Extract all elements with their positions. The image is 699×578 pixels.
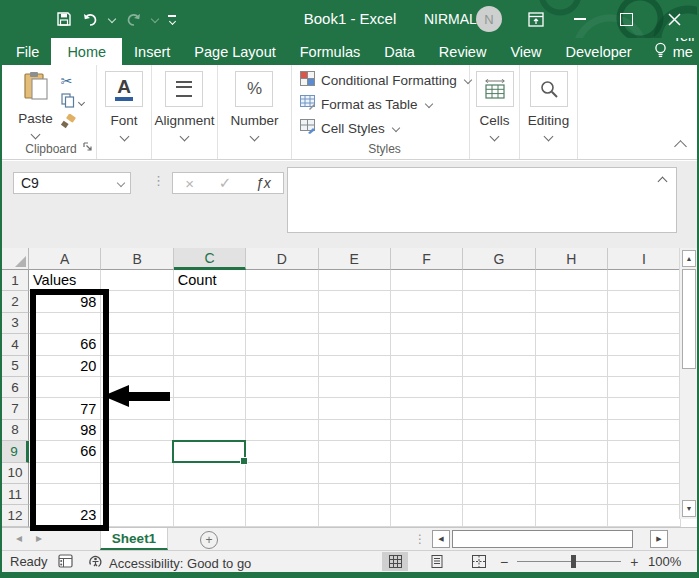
cell-B2[interactable] <box>101 291 173 312</box>
minimize-button[interactable] <box>558 0 602 38</box>
tab-insert[interactable]: Insert <box>122 38 182 65</box>
cell-D4[interactable] <box>246 334 318 355</box>
cell-F4[interactable] <box>391 334 463 355</box>
cell-I5[interactable] <box>608 356 680 377</box>
row-header-3[interactable]: 3 <box>2 313 29 334</box>
tab-data[interactable]: Data <box>372 38 427 65</box>
column-header-B[interactable]: B <box>101 248 173 270</box>
cell-D8[interactable] <box>246 420 318 441</box>
cell-I4[interactable] <box>608 334 680 355</box>
alignment-dropdown-icon[interactable] <box>180 132 190 142</box>
cell-styles-dropdown-icon[interactable] <box>392 124 400 132</box>
cell-G2[interactable] <box>463 291 535 312</box>
cell-H3[interactable] <box>536 313 608 334</box>
page-layout-view-icon[interactable] <box>424 552 450 571</box>
cell-I8[interactable] <box>608 420 680 441</box>
cell-G5[interactable] <box>463 356 535 377</box>
row-header-1[interactable]: 1 <box>2 270 29 291</box>
cell-F11[interactable] <box>391 484 463 505</box>
cell-D6[interactable] <box>246 377 318 398</box>
format-as-table-button[interactable]: Format as Table <box>300 95 432 113</box>
cell-H12[interactable] <box>536 505 608 526</box>
cell-E9[interactable] <box>319 441 391 462</box>
cell-C3[interactable] <box>174 313 246 334</box>
tab-view[interactable]: View <box>498 38 553 65</box>
sheet-nav-left-icon[interactable]: ◂ <box>16 531 22 545</box>
cell-E10[interactable] <box>319 463 391 484</box>
zoom-in-icon[interactable]: + <box>630 554 638 570</box>
cell-C8[interactable] <box>174 420 246 441</box>
column-header-C[interactable]: C <box>174 248 246 270</box>
font-button[interactable]: A Font <box>105 65 143 140</box>
cell-H10[interactable] <box>536 463 608 484</box>
format-as-table-dropdown-icon[interactable] <box>424 100 432 108</box>
cancel-icon[interactable]: × <box>185 175 194 192</box>
zoom-slider-handle[interactable] <box>571 555 576 568</box>
number-button[interactable]: % Number <box>230 65 278 140</box>
cell-G9[interactable] <box>463 441 535 462</box>
format-painter-button[interactable] <box>61 115 84 131</box>
cell-B11[interactable] <box>101 484 173 505</box>
sheet-nav-right-icon[interactable]: ▸ <box>36 531 42 545</box>
cell-H6[interactable] <box>536 377 608 398</box>
cell-D9[interactable] <box>246 441 318 462</box>
column-header-A[interactable]: A <box>29 248 101 270</box>
cell-G4[interactable] <box>463 334 535 355</box>
cell-I9[interactable] <box>608 441 680 462</box>
cell-B5[interactable] <box>101 356 173 377</box>
selected-cell-outline[interactable] <box>172 440 246 463</box>
cell-F2[interactable] <box>391 291 463 312</box>
cell-E4[interactable] <box>319 334 391 355</box>
user-name[interactable]: NIRMAL <box>424 11 477 27</box>
copy-button[interactable] <box>61 94 84 110</box>
editing-button[interactable]: Editing <box>528 65 569 140</box>
cells-dropdown-icon[interactable] <box>490 132 500 142</box>
cell-I2[interactable] <box>608 291 680 312</box>
cell-F3[interactable] <box>391 313 463 334</box>
cell-G10[interactable] <box>463 463 535 484</box>
column-header-E[interactable]: E <box>319 248 391 270</box>
cell-B9[interactable] <box>101 441 173 462</box>
cell-I10[interactable] <box>608 463 680 484</box>
undo-dropdown-icon[interactable] <box>108 15 116 23</box>
cell-G11[interactable] <box>463 484 535 505</box>
cell-I7[interactable] <box>608 398 680 419</box>
cell-H8[interactable] <box>536 420 608 441</box>
cell-H11[interactable] <box>536 484 608 505</box>
vertical-scrollbar[interactable]: ▲ ▼ <box>679 248 698 519</box>
cell-C11[interactable] <box>174 484 246 505</box>
sheet-tab-sheet1[interactable]: Sheet1 <box>100 528 168 550</box>
cell-H1[interactable] <box>536 270 608 291</box>
cell-C2[interactable] <box>174 291 246 312</box>
enter-icon[interactable]: ✓ <box>219 174 232 192</box>
copy-dropdown-icon[interactable] <box>78 98 85 105</box>
cell-D12[interactable] <box>246 505 318 526</box>
tab-formulas[interactable]: Formulas <box>288 38 372 65</box>
row-header-4[interactable]: 4 <box>2 334 29 355</box>
cell-D5[interactable] <box>246 356 318 377</box>
row-header-6[interactable]: 6 <box>2 377 29 398</box>
zoom-level[interactable]: 100% <box>648 554 681 569</box>
collapse-formula-bar-icon[interactable] <box>658 177 668 187</box>
paste-dropdown-icon[interactable] <box>31 130 41 140</box>
undo-icon[interactable] <box>82 12 99 27</box>
cell-G12[interactable] <box>463 505 535 526</box>
cell-C5[interactable] <box>174 356 246 377</box>
cell-F12[interactable] <box>391 505 463 526</box>
cells-button[interactable]: Cells <box>476 65 514 140</box>
customize-qat-icon[interactable] <box>168 15 176 24</box>
tab-review[interactable]: Review <box>427 38 499 65</box>
cut-button[interactable]: ✂ <box>61 73 84 89</box>
cell-E3[interactable] <box>319 313 391 334</box>
cell-C12[interactable] <box>174 505 246 526</box>
cell-I3[interactable] <box>608 313 680 334</box>
cell-E7[interactable] <box>319 398 391 419</box>
cell-E6[interactable] <box>319 377 391 398</box>
tab-home[interactable]: Home <box>51 38 122 65</box>
cell-D3[interactable] <box>246 313 318 334</box>
cell-D2[interactable] <box>246 291 318 312</box>
macro-record-icon[interactable] <box>58 554 73 571</box>
scroll-up-icon[interactable]: ▲ <box>682 250 696 267</box>
font-dropdown-icon[interactable] <box>119 132 129 142</box>
cell-C7[interactable] <box>174 398 246 419</box>
